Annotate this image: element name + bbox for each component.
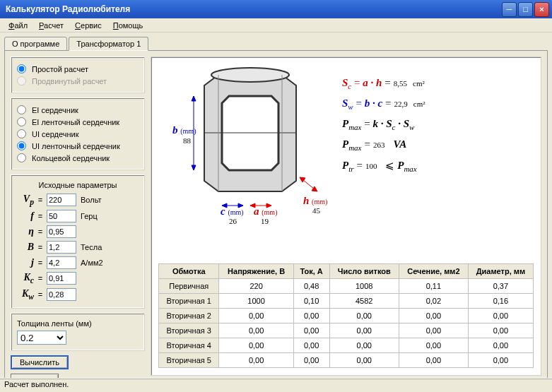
radio-advanced <box>17 76 26 85</box>
formulas: Sc = a · h = 8,55 cm² Sw = b · c = 22,9 … <box>342 64 534 258</box>
table-header: Обмотка <box>159 264 219 279</box>
radio-simple[interactable] <box>17 64 26 73</box>
table-row: Первичная2200,4810080,110,37 <box>159 279 534 294</box>
table-row: Вторичная 30,000,000,000,000,00 <box>159 323 534 338</box>
table-header: Сечение, мм2 <box>399 264 469 279</box>
tab-about[interactable]: О программе <box>4 37 67 51</box>
radio-toroid[interactable] <box>17 153 26 162</box>
minimize-button[interactable]: ─ <box>502 2 517 17</box>
tape-group: Толщина ленты (мм) 0.2 <box>11 313 145 351</box>
radio-ui-label: UI сердечник <box>32 130 78 138</box>
radio-ui[interactable] <box>17 129 26 138</box>
tape-label: Толщина ленты (мм) <box>17 319 139 328</box>
input-f[interactable] <box>47 210 76 222</box>
svg-point-0 <box>211 68 289 82</box>
windings-table: ОбмоткаНапряжение, ВТок, АЧисло витковСе… <box>158 263 534 368</box>
radio-ei-tape[interactable] <box>17 117 26 126</box>
close-window-button[interactable]: × <box>534 2 549 17</box>
tab-transformer[interactable]: Трансформатор 1 <box>69 37 148 51</box>
tape-select[interactable]: 0.2 <box>17 331 66 345</box>
table-row: Вторичная 40,000,000,000,000,00 <box>159 338 534 353</box>
svg-marker-5 <box>192 96 196 101</box>
radio-ui-tape[interactable] <box>17 141 26 150</box>
menubar: Файл Расчет Сервис Помощь <box>0 18 552 32</box>
menu-file[interactable]: Файл <box>3 20 33 31</box>
status-text: Расчет выполнен. <box>4 380 69 388</box>
calc-button[interactable]: Вычислить <box>11 355 69 369</box>
table-header: Ток, А <box>293 264 329 279</box>
input-vp[interactable] <box>47 194 76 206</box>
radio-ei[interactable] <box>17 105 26 114</box>
radio-simple-label: Простой расчет <box>32 65 88 73</box>
menu-service[interactable]: Сервис <box>69 20 107 31</box>
params-title: Исходные параметры <box>17 181 139 189</box>
table-row: Вторичная 110000,1045820,020,16 <box>159 294 534 309</box>
mode-group: Простой расчет Продвинутый расчет <box>11 57 145 93</box>
radio-toroid-label: Кольцевой сердечник <box>32 154 110 162</box>
result-panel: b (mm) 88 c (mm) 26 a (mm) 19 h (mm) 45 … <box>151 57 541 376</box>
maximize-button[interactable]: □ <box>518 2 533 17</box>
radio-ui-tape-label: UI ленточный сердечник <box>32 142 120 150</box>
input-j[interactable] <box>47 256 76 269</box>
input-kc[interactable] <box>47 272 76 285</box>
menu-help[interactable]: Помощь <box>107 20 149 31</box>
input-b[interactable] <box>47 241 76 254</box>
window-title: Калькулятор Радиолюбителя <box>6 4 502 14</box>
svg-marker-6 <box>192 165 196 170</box>
radio-ei-label: EI сердечник <box>32 106 78 114</box>
radio-ei-tape-label: EI ленточный сердечник <box>32 118 119 126</box>
input-eta[interactable] <box>47 225 76 238</box>
radio-advanced-label: Продвинутый расчет <box>32 77 107 85</box>
table-row: Вторичная 50,000,000,000,000,00 <box>159 353 534 368</box>
statusbar: Расчет выполнен. <box>0 378 552 392</box>
titlebar: Калькулятор Радиолюбителя ─ □ × <box>0 0 552 18</box>
core-group: EI сердечник EI ленточный сердечник UI с… <box>11 97 145 170</box>
menu-calc[interactable]: Расчет <box>33 20 69 31</box>
table-header: Число витков <box>329 264 399 279</box>
input-kw[interactable] <box>47 288 76 301</box>
table-header: Напряжение, В <box>219 264 293 279</box>
core-diagram: b (mm) 88 c (mm) 26 a (mm) 19 h (mm) 45 <box>158 64 342 258</box>
table-header: Диаметр, мм <box>468 264 533 279</box>
params-group: Исходные параметры Vp=Вольт f=Герц η= B=… <box>11 174 145 309</box>
table-row: Вторичная 20,000,000,000,000,00 <box>159 309 534 323</box>
